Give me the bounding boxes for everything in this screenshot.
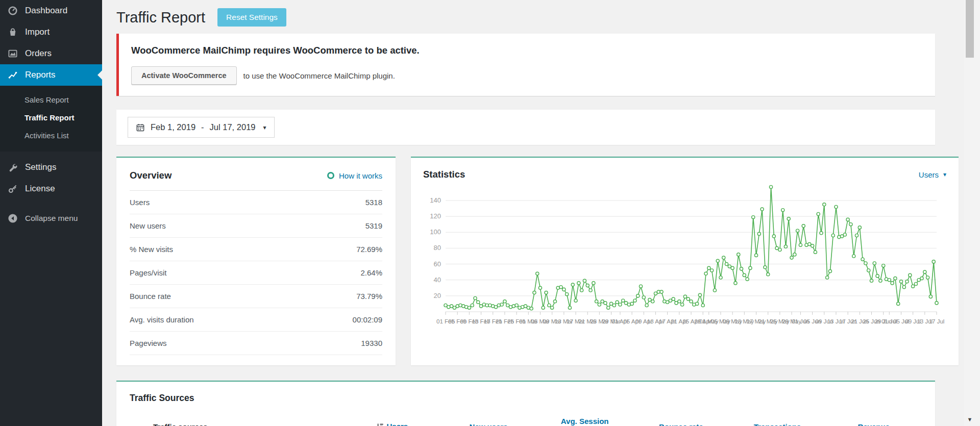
collapse-menu-button[interactable]: Collapse menu (0, 208, 102, 229)
statistics-title: Statistics (423, 169, 465, 180)
notice-title: WooCommerce MailChimp requires WooCommer… (131, 45, 923, 56)
overview-row-bounce-rate: Bounce rate73.79% (130, 285, 382, 308)
admin-sidebar: Dashboard Import Orders Reports Sales Re… (0, 0, 102, 426)
traffic-sources-title: Traffic Sources (130, 393, 194, 403)
metric-value: 72.69% (356, 245, 382, 254)
reports-icon (7, 70, 18, 81)
sidebar-item-label: Dashboard (25, 6, 67, 16)
svg-text:120: 120 (430, 212, 441, 220)
metric-label: Avg. visits duration (130, 315, 194, 324)
chevron-down-icon: ▾ (943, 171, 946, 178)
statistics-card: Statistics Users ▾ 2040608010012014001 F… (411, 157, 959, 365)
overview-row-avg-duration: Avg. visits duration00:02:09 (130, 308, 382, 332)
metric-value: 00:02:09 (353, 315, 382, 324)
metric-label: Pageviews (130, 339, 167, 347)
statistics-metric-label: Users (919, 170, 939, 179)
how-it-works-link[interactable]: How it works (327, 171, 382, 180)
how-it-works-label: How it works (339, 171, 382, 180)
overview-title: Overview (130, 170, 172, 181)
active-menu-arrow (93, 70, 102, 80)
submenu-item-traffic-report[interactable]: Traffic Report (0, 109, 102, 127)
sidebar-item-import[interactable]: Import (0, 21, 102, 43)
calendar-icon (136, 123, 145, 132)
overview-row-pages-visit: Pages/visit2.64% (130, 261, 382, 285)
overview-row-new-visits: % New visits72.69% (130, 238, 382, 261)
page-header: Traffic Report Reset Settings (116, 0, 935, 27)
overview-card: Overview How it works Users5318 New user… (116, 157, 396, 365)
svg-text:140: 140 (430, 196, 441, 204)
sidebar-item-reports[interactable]: Reports (0, 64, 102, 86)
column-revenue[interactable]: Revenue (825, 421, 922, 426)
svg-text:20: 20 (434, 292, 441, 299)
sidebar-item-label: Import (25, 27, 50, 37)
sidebar-item-dashboard[interactable]: Dashboard (0, 0, 102, 21)
date-range-start: Feb 1, 2019 (151, 122, 195, 132)
metric-label: % New visits (130, 245, 173, 254)
svg-text:80: 80 (434, 244, 441, 252)
reset-settings-button[interactable]: Reset Settings (217, 8, 286, 27)
sidebar-item-label: Settings (25, 162, 56, 172)
metric-value: 5319 (365, 221, 382, 230)
traffic-sources-card: Traffic Sources Traffic sources Users Ne… (116, 381, 935, 426)
page-scrollbar: ▼ (964, 0, 980, 426)
overview-row-pageviews: Pageviews19330 (130, 332, 382, 355)
metric-label: Users (130, 198, 150, 207)
license-icon (7, 184, 18, 194)
overview-row-new-users: New users5319 (130, 214, 382, 238)
svg-text:40: 40 (434, 276, 441, 284)
metric-value: 73.79% (356, 292, 382, 300)
column-avg-session[interactable]: Avg. SessionDuration (536, 416, 633, 426)
submenu-item-activities-list[interactable]: Activities List (0, 127, 102, 144)
metric-label: New users (130, 221, 166, 230)
column-new-users[interactable]: New users (440, 421, 537, 426)
sidebar-item-label: License (25, 184, 55, 194)
sidebar-item-label: Orders (25, 48, 52, 59)
column-traffic-sources: Traffic sources (130, 421, 344, 426)
settings-icon (7, 162, 18, 173)
column-bounce-rate[interactable]: Bounce rate (633, 421, 729, 426)
svg-text:100: 100 (430, 228, 441, 236)
overview-row-users: Users5318 (130, 191, 382, 214)
date-range-separator: - (201, 122, 204, 132)
main-content: Traffic Report Reset Settings WooCommerc… (102, 0, 958, 426)
sidebar-item-settings[interactable]: Settings (0, 157, 102, 178)
import-icon (7, 27, 18, 38)
traffic-sources-table-header: Traffic sources Users New users Avg. Ses… (130, 416, 922, 426)
activate-woocommerce-button[interactable]: Activate WooCommerce (131, 66, 237, 85)
chevron-down-icon: ▾ (263, 124, 266, 131)
sidebar-item-orders[interactable]: Orders (0, 43, 102, 64)
dashboard-icon (7, 6, 18, 16)
scrollbar-down-arrow[interactable]: ▼ (965, 416, 974, 422)
statistics-chart: 2040608010012014001 Feb05 Feb09 Feb13 Fe… (423, 184, 946, 333)
metric-value: 19330 (361, 339, 382, 347)
date-range-picker[interactable]: Feb 1, 2019 - Jul 17, 2019 ▾ (128, 117, 275, 138)
page-title: Traffic Report (116, 9, 205, 26)
metric-value: 2.64% (360, 268, 382, 277)
ring-icon (327, 172, 334, 179)
collapse-menu-label: Collapse menu (25, 214, 78, 223)
woocommerce-notice: WooCommerce MailChimp requires WooCommer… (116, 34, 935, 96)
statistics-metric-dropdown[interactable]: Users ▾ (919, 170, 946, 179)
notice-suffix-text: to use the WooCommerce MailChimp plugin. (243, 71, 395, 80)
submenu-item-sales-report[interactable]: Sales Report (0, 91, 102, 109)
metric-label: Pages/visit (130, 268, 167, 277)
metric-label: Bounce rate (130, 292, 171, 300)
sort-amount-icon (376, 422, 384, 426)
orders-icon (7, 48, 18, 59)
date-range-end: Jul 17, 2019 (210, 122, 256, 132)
column-transactions[interactable]: Transactions (729, 421, 826, 426)
app-window: Dashboard Import Orders Reports Sales Re… (0, 0, 980, 426)
date-range-bar: Feb 1, 2019 - Jul 17, 2019 ▾ (116, 110, 935, 145)
svg-text:17 Jul: 17 Jul (929, 318, 945, 324)
metric-value: 5318 (365, 198, 382, 207)
sidebar-item-license[interactable]: License (0, 178, 102, 199)
scrollbar-thumb[interactable] (966, 0, 974, 58)
svg-text:60: 60 (434, 260, 441, 268)
sidebar-item-label: Reports (25, 70, 56, 80)
reports-submenu: Sales Report Traffic Report Activities L… (0, 86, 102, 152)
collapse-icon (7, 213, 18, 224)
column-users[interactable]: Users (344, 421, 440, 426)
